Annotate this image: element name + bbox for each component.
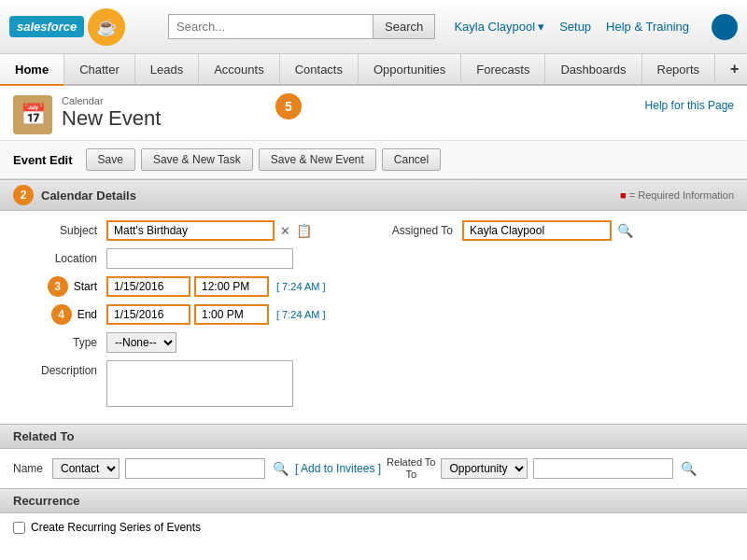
logo-area: salesforce ☕ [9, 8, 159, 46]
chevron-down-icon: ▾ [538, 20, 544, 34]
help-training-link[interactable]: Help & Training [606, 20, 689, 34]
user-name: Kayla Claypool [454, 20, 535, 34]
nav-item-leads[interactable]: Leads [135, 54, 199, 84]
calendar-details-section-header: 2 Calendar Details ■ = Required Informat… [0, 179, 747, 211]
subject-input[interactable] [106, 220, 275, 241]
setup-link[interactable]: Setup [559, 20, 591, 34]
page-header: 📅 Calendar New Event 5 Help for this Pag… [0, 86, 747, 141]
end-time-link[interactable]: [ 7:24 AM ] [276, 309, 326, 320]
name-lookup-icon[interactable]: 🔍 [271, 459, 289, 478]
section-badge-2: 2 [13, 185, 34, 205]
page-title: New Event [62, 106, 161, 131]
related-to-section-header: Related To [0, 424, 747, 449]
nav-item-accounts[interactable]: Accounts [199, 54, 279, 84]
top-header: salesforce ☕ Search Kayla Claypool ▾ Set… [0, 0, 747, 54]
recurrence-section-header: Recurrence [0, 488, 747, 513]
nav-item-chatter[interactable]: Chatter [64, 54, 135, 84]
page-title-area: Calendar New Event [62, 95, 161, 131]
header-right: Kayla Claypool ▾ Setup Help & Training [454, 14, 738, 40]
save-new-task-button[interactable]: Save & New Task [141, 148, 253, 171]
subject-lookup-icon[interactable]: 📋 [294, 221, 313, 240]
nav-item-reports[interactable]: Reports [642, 54, 716, 84]
clear-subject-icon[interactable]: ✕ [280, 224, 290, 238]
nav-item-dashboards[interactable]: Dashboards [545, 54, 641, 84]
start-label: Start [74, 280, 97, 293]
avatar [712, 14, 738, 40]
step-badge-5: 5 [275, 93, 302, 119]
required-star: ■ [620, 189, 627, 201]
recurring-label: Create Recurring Series of Events [31, 521, 201, 534]
required-text: = Required Information [629, 189, 734, 201]
nav-item-home[interactable]: Home [0, 54, 64, 86]
related-to-lookup-icon[interactable]: 🔍 [679, 459, 698, 478]
search-button[interactable]: Search [374, 14, 435, 39]
save-new-event-button[interactable]: Save & New Event [259, 148, 376, 171]
end-label: End [78, 308, 97, 321]
nav-item-opportunities[interactable]: Opportunities [359, 54, 461, 84]
recurrence-title: Recurrence [13, 494, 80, 508]
type-label: Type [13, 336, 106, 349]
related-to-form: Name Contact Lead 🔍 [ Add to Invitees ] … [0, 449, 747, 488]
nav-item-more[interactable]: + [715, 54, 747, 84]
page-container: 📅 Calendar New Event 5 Help for this Pag… [0, 86, 747, 560]
nav-bar: Home Chatter Leads Accounts Contacts Opp… [0, 54, 747, 86]
type-select[interactable]: --None-- Call Email Meeting Other [106, 332, 176, 353]
name-input[interactable] [125, 458, 265, 479]
related-to-type-select[interactable]: Opportunity Account Case Contract [441, 458, 528, 479]
search-area: Search [168, 14, 444, 39]
name-label: Name [13, 462, 43, 475]
salesforce-logo: salesforce [9, 16, 84, 37]
calendar-details-form: Subject ✕ 📋 Assigned To 🔍 Location [0, 211, 747, 424]
recurring-checkbox[interactable] [13, 522, 25, 534]
help-for-page-link[interactable]: Help for this Page [645, 99, 734, 112]
breadcrumb: Calendar [62, 95, 161, 106]
location-label: Location [13, 252, 106, 265]
assigned-to-label: Assigned To [388, 224, 462, 237]
user-menu[interactable]: Kayla Claypool ▾ [454, 20, 544, 34]
logo-icon: ☕ [88, 8, 125, 46]
save-button[interactable]: Save [86, 148, 135, 171]
required-info: ■ = Required Information [620, 189, 734, 201]
end-time-input[interactable] [194, 304, 269, 325]
start-time-input[interactable] [194, 276, 269, 297]
related-to-input[interactable] [533, 458, 673, 479]
description-textarea[interactable] [106, 360, 293, 407]
assigned-to-lookup-icon[interactable]: 🔍 [615, 221, 634, 240]
subject-label: Subject [13, 224, 106, 237]
calendar-icon: 📅 [13, 95, 52, 134]
start-time-link[interactable]: [ 7:24 AM ] [276, 281, 326, 292]
edit-toolbar-label: Event Edit [13, 153, 73, 167]
recurrence-body: Create Recurring Series of Events [0, 513, 747, 541]
related-to-title: Related To [13, 429, 75, 443]
end-date-input[interactable] [106, 304, 190, 325]
nav-item-contacts[interactable]: Contacts [280, 54, 359, 84]
search-input[interactable] [168, 14, 374, 39]
end-label-area: 4 End [13, 304, 106, 325]
add-invitees-link[interactable]: [ Add to Invitees ] [295, 462, 381, 475]
end-badge: 4 [51, 304, 72, 325]
related-to-sub-label: Related To To [387, 456, 435, 481]
event-edit-toolbar: Event Edit Save Save & New Task Save & N… [0, 141, 747, 179]
start-label-area: 3 Start [13, 276, 106, 297]
nav-item-forecasts[interactable]: Forecasts [461, 54, 545, 84]
cancel-button[interactable]: Cancel [382, 148, 441, 171]
description-label: Description [13, 360, 106, 377]
assigned-to-input[interactable] [462, 220, 612, 241]
start-date-input[interactable] [106, 276, 190, 297]
location-input[interactable] [106, 248, 293, 269]
calendar-details-title: Calendar Details [41, 189, 136, 203]
name-type-select[interactable]: Contact Lead [52, 458, 120, 479]
start-badge: 3 [48, 276, 68, 297]
